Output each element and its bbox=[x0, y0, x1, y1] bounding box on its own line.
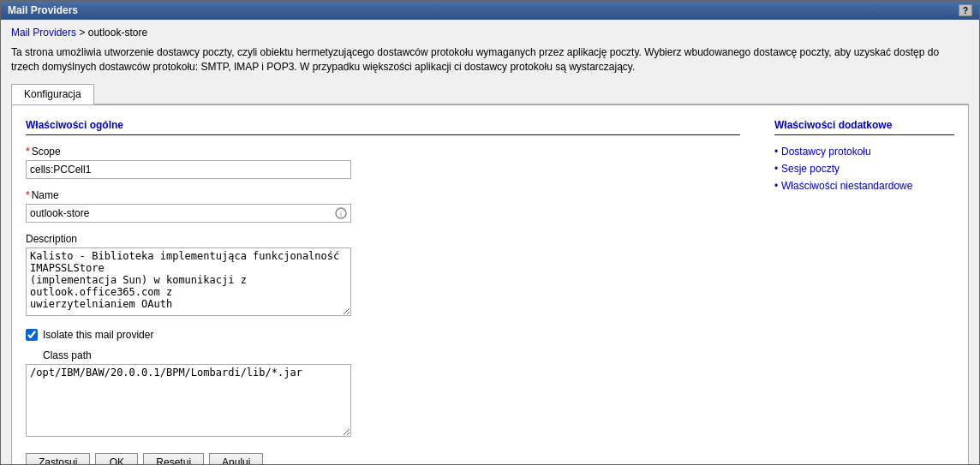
name-required-marker: * bbox=[26, 189, 30, 201]
apply-button[interactable]: Zastosuj bbox=[26, 453, 90, 464]
page-description: Ta strona umożliwia utworzenie dostawcy … bbox=[11, 45, 969, 75]
right-column: Właściwości dodatkowe Dostawcy protokołu… bbox=[766, 119, 954, 464]
button-bar: Zastosuj OK Resetuj Anuluj bbox=[26, 453, 740, 464]
tab-container: Konfiguracja Właściwości ogólne *Scope bbox=[11, 83, 969, 464]
ok-button[interactable]: OK bbox=[95, 453, 138, 464]
name-label-text: Name bbox=[32, 189, 59, 201]
content-area: Mail Providers > outlook-store Ta strona… bbox=[1, 20, 979, 464]
description-textarea[interactable] bbox=[26, 247, 351, 316]
window-title: Mail Providers bbox=[8, 4, 78, 16]
classpath-field-group: Class path bbox=[26, 349, 740, 439]
tab-konfiguracja[interactable]: Konfiguracja bbox=[11, 84, 94, 104]
right-section-title: Właściwości dodatkowe bbox=[774, 119, 954, 135]
title-bar: Mail Providers ? bbox=[1, 1, 979, 20]
reset-button[interactable]: Resetuj bbox=[143, 453, 204, 464]
scope-required-marker: * bbox=[26, 146, 30, 158]
link-dostawcy-protokolu[interactable]: Dostawcy protokołu bbox=[774, 146, 954, 158]
scope-field-group: *Scope bbox=[26, 146, 740, 179]
scope-label-text: Scope bbox=[32, 146, 61, 158]
scope-input[interactable] bbox=[26, 160, 351, 179]
tab-bar: Konfiguracja bbox=[11, 83, 969, 104]
description-field-group: Description bbox=[26, 233, 740, 319]
title-bar-buttons: ? bbox=[959, 4, 972, 16]
classpath-textarea[interactable] bbox=[26, 364, 351, 437]
link-sesje-poczty[interactable]: Sesje poczty bbox=[774, 163, 954, 175]
isolate-label: Isolate this mail provider bbox=[43, 329, 153, 341]
name-field-group: *Name i bbox=[26, 189, 740, 223]
main-window: Mail Providers ? Mail Providers > outloo… bbox=[0, 0, 980, 465]
isolate-checkbox-row: Isolate this mail provider bbox=[26, 329, 740, 341]
left-section-title: Właściwości ogólne bbox=[26, 119, 740, 135]
name-input[interactable] bbox=[26, 204, 351, 223]
additional-properties: Dostawcy protokołu Sesje poczty Właściwo… bbox=[774, 146, 954, 192]
breadcrumb-link[interactable]: Mail Providers bbox=[11, 27, 76, 39]
description-label: Description bbox=[26, 233, 740, 245]
isolate-checkbox[interactable] bbox=[26, 329, 38, 341]
scope-label: *Scope bbox=[26, 146, 740, 158]
two-column-layout: Właściwości ogólne *Scope *Name bbox=[26, 119, 954, 464]
breadcrumb: Mail Providers > outlook-store bbox=[11, 27, 969, 39]
cancel-button[interactable]: Anuluj bbox=[209, 453, 263, 464]
tab-content: Właściwości ogólne *Scope *Name bbox=[11, 104, 969, 464]
svg-text:i: i bbox=[340, 210, 342, 218]
left-column: Właściwości ogólne *Scope *Name bbox=[26, 119, 766, 464]
breadcrumb-separator: > bbox=[76, 27, 88, 39]
breadcrumb-current: outlook-store bbox=[88, 27, 147, 39]
name-label: *Name bbox=[26, 189, 740, 201]
link-wlasciwosci-niestandardowe[interactable]: Właściwości niestandardowe bbox=[774, 180, 954, 192]
classpath-label: Class path bbox=[43, 349, 740, 361]
name-field-icon[interactable]: i bbox=[334, 206, 348, 220]
help-button[interactable]: ? bbox=[959, 4, 972, 16]
name-input-wrapper: i bbox=[26, 204, 351, 223]
